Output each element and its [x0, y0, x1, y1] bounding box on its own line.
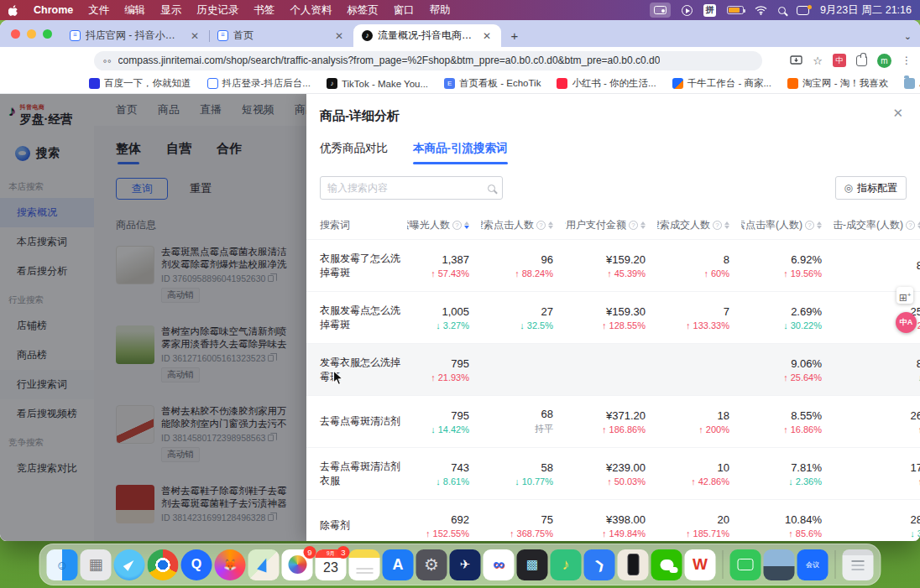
table-row[interactable]: 衣服发霉点怎么洗掉霉斑1,005↓ 3.27%27↓ 32.5%¥159.30↑…	[306, 291, 920, 343]
column-header[interactable]: 搜索曝光人数?	[407, 218, 481, 232]
sort-icons[interactable]	[640, 221, 646, 229]
bookmark-item[interactable]: 小红书 - 你的生活...	[557, 77, 656, 90]
help-icon[interactable]: ?	[452, 221, 462, 230]
media-play-icon[interactable]	[682, 3, 693, 18]
menubar-item[interactable]: 帮助	[430, 3, 451, 18]
bookmark-item[interactable]: AI大神	[904, 77, 920, 90]
menubar-item[interactable]: 窗口	[394, 3, 415, 18]
dock-icon-wechat[interactable]	[651, 549, 682, 580]
help-icon[interactable]: ?	[906, 221, 915, 230]
user-switch-icon[interactable]	[797, 3, 809, 18]
screen-sharing-icon[interactable]	[650, 3, 671, 18]
menubar-item[interactable]: 书签	[254, 3, 274, 18]
sort-asc-icon[interactable]	[548, 221, 553, 225]
table-row[interactable]: 衣服发霉了怎么洗掉霉斑1,387↑ 57.43%96↑ 88.24%¥159.2…	[306, 239, 920, 291]
bookmark-item[interactable]: ♪TikTok - Make You...	[327, 77, 428, 90]
modal-tab-优秀商品对比[interactable]: 优秀商品对比	[320, 141, 388, 164]
dock-icon-baidu-netdisk[interactable]	[484, 549, 515, 580]
table-row[interactable]: 除霉剂692↑ 152.55%75↑ 368.75%¥398.00↑ 149.8…	[306, 499, 920, 541]
sort-icons[interactable]	[464, 221, 469, 229]
dock-icon-chat-app[interactable]	[730, 549, 761, 580]
sort-desc-icon[interactable]	[464, 226, 469, 229]
table-row[interactable]: 发霉衣服怎么洗掉霉斑795↑ 21.93%9.06%↑ 25.64%8↓	[306, 343, 920, 395]
sort-desc-icon[interactable]	[640, 226, 646, 229]
help-icon[interactable]: ?	[536, 221, 546, 230]
dock-icon-dingtalk[interactable]	[584, 549, 615, 580]
sort-asc-icon[interactable]	[724, 221, 729, 225]
dock-icon-chrome[interactable]	[148, 549, 179, 580]
table-row[interactable]: 去霉点霉斑清洁剂衣服743↓ 8.61%58↓ 10.77%¥239.00↑ 5…	[306, 447, 920, 499]
dock-icon-wps-office[interactable]	[685, 549, 716, 580]
address-bar[interactable]: ∘∘ compass.jinritemai.com/shop/search/tr…	[94, 51, 762, 70]
menubar-item[interactable]: 编辑	[124, 3, 145, 18]
dock-icon-maps[interactable]	[248, 549, 280, 580]
modal-tab-本商品-引流搜索词[interactable]: 本商品-引流搜索词	[413, 141, 508, 164]
column-header[interactable]: 搜索成交人数?	[657, 218, 741, 232]
menubar-clock[interactable]: 9月23日 周二 21:16	[820, 3, 912, 18]
close-window-button[interactable]	[11, 29, 20, 39]
sort-desc-icon[interactable]	[548, 226, 553, 229]
dock-icon-finder[interactable]	[47, 549, 78, 580]
menubar-item[interactable]: 显示	[160, 3, 181, 18]
dock-icon-qq-music[interactable]	[551, 549, 582, 580]
sort-icons[interactable]	[548, 221, 553, 229]
apple-icon[interactable]	[8, 3, 18, 18]
metric-config-button[interactable]: ◎ 指标配置	[835, 176, 907, 200]
spotlight-search-icon[interactable]	[778, 3, 786, 18]
menubar-item[interactable]: 个人资料	[290, 3, 332, 18]
site-info-icon[interactable]: ∘∘	[102, 56, 112, 65]
menubar-item[interactable]: 标签页	[347, 3, 379, 18]
keyword-search-input[interactable]	[327, 182, 483, 194]
help-icon[interactable]: ?	[629, 221, 638, 230]
minimize-window-button[interactable]	[27, 29, 36, 39]
dock-icon-app-store[interactable]	[383, 549, 414, 580]
zoom-window-button[interactable]	[43, 29, 52, 39]
sort-desc-icon[interactable]	[817, 226, 822, 229]
menubar-item[interactable]: 文件	[88, 3, 109, 18]
bookmark-item[interactable]: 千牛工作台 - 商家...	[672, 77, 771, 90]
menubar-app-name[interactable]: Chrome	[34, 4, 73, 16]
dock-icon-safari[interactable]	[114, 549, 145, 580]
keyword-search-field[interactable]	[320, 176, 503, 200]
widget-grid-icon[interactable]: ⊞+	[896, 287, 913, 304]
dock-icon-quark-browser[interactable]	[181, 549, 212, 580]
translate-extension-icon[interactable]: 中	[833, 54, 846, 67]
dock-icon-launchpad[interactable]	[81, 549, 112, 580]
sort-asc-icon[interactable]	[817, 221, 822, 225]
sort-asc-icon[interactable]	[640, 221, 646, 225]
menubar-item[interactable]: 历史记录	[196, 3, 238, 18]
input-method-icon[interactable]: 拼	[703, 4, 716, 17]
column-header[interactable]: 搜索点击率(人数)?	[741, 218, 834, 232]
tab-search-chevron-icon[interactable]: ⌄	[904, 31, 912, 42]
tab-close-icon[interactable]: ✕	[481, 30, 493, 42]
column-header[interactable]: 搜索点击-成交率(人数)?	[834, 218, 920, 232]
dock-icon-tencent-meeting[interactable]	[797, 549, 829, 580]
table-row[interactable]: 去霉点霉斑清洁剂795↓ 14.42%68持平¥371.20↑ 186.86%1…	[306, 395, 920, 447]
new-tab-button[interactable]: +	[504, 25, 525, 45]
extensions-icon[interactable]	[856, 55, 867, 66]
column-header[interactable]: 搜索用户支付金额?	[565, 218, 657, 232]
search-icon[interactable]	[488, 185, 495, 192]
dock-icon-iphone-mirroring[interactable]	[618, 549, 649, 580]
dock-icon-calendar[interactable]: 9月233	[316, 549, 347, 580]
dock-icon-notes[interactable]	[349, 549, 380, 580]
sort-icons[interactable]	[724, 221, 729, 229]
modal-close-icon[interactable]: ✕	[892, 106, 903, 121]
dock-icon-trash[interactable]	[843, 549, 874, 580]
dock-icon-capcut[interactable]	[517, 549, 548, 580]
sort-asc-icon[interactable]	[464, 221, 469, 225]
translate-float-button[interactable]: 中A	[896, 312, 917, 333]
dock-icon-screens-app[interactable]	[764, 549, 795, 580]
sort-icons[interactable]	[817, 221, 822, 229]
bookmark-item[interactable]: 百度一下，你就知道	[89, 77, 191, 90]
battery-icon[interactable]	[727, 3, 744, 18]
install-pwa-icon[interactable]	[790, 55, 802, 66]
browser-menu-icon[interactable]: ⋮	[902, 55, 912, 66]
dock-icon-firefox[interactable]	[215, 549, 246, 580]
dock-icon-photos[interactable]: 9	[282, 549, 313, 580]
help-icon[interactable]: ?	[805, 221, 814, 230]
browser-tab[interactable]: ≡首页✕	[209, 24, 353, 47]
column-header[interactable]: 搜索点击人数?	[481, 218, 565, 232]
browser-tab[interactable]: ♪流量概况-抖音电商罗盘✕	[353, 24, 501, 47]
profile-avatar[interactable]: m	[877, 54, 891, 68]
